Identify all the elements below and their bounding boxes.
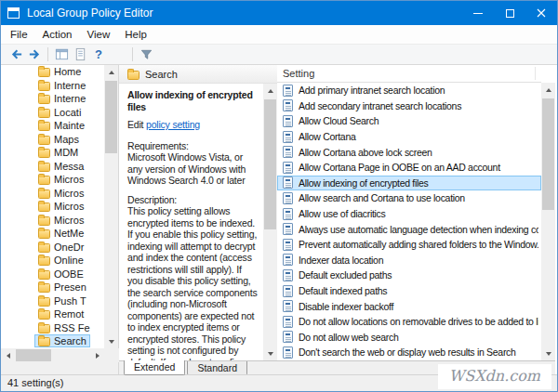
- details-vertical-scrollbar[interactable]: [263, 84, 277, 360]
- triangle-left-icon: [7, 353, 10, 359]
- folder-icon: [38, 82, 50, 91]
- tree-vertical-scrollbar[interactable]: [104, 65, 118, 348]
- menu-item-label: Help: [125, 29, 147, 40]
- setting-row[interactable]: Allow Cloud Search: [277, 113, 541, 129]
- setting-row[interactable]: Always use automatic language detection …: [277, 221, 541, 237]
- scroll-up-button[interactable]: [104, 65, 118, 79]
- tree-item-label: Micros: [54, 174, 84, 185]
- policy-setting-icon: [283, 99, 293, 111]
- show-console-tree-button[interactable]: [52, 46, 71, 63]
- folder-icon: [38, 136, 50, 145]
- tree-item[interactable]: Messa: [1, 160, 104, 174]
- setting-row[interactable]: Do not allow web search: [277, 330, 541, 346]
- scrollbar-thumb[interactable]: [105, 81, 117, 153]
- help-button[interactable]: ?: [89, 46, 108, 63]
- tree-item[interactable]: MDM: [1, 146, 104, 160]
- edit-policy-setting-link[interactable]: policy setting: [146, 119, 200, 130]
- folder-icon: [38, 297, 50, 307]
- scroll-down-button[interactable]: [263, 346, 277, 360]
- tree-item[interactable]: Push T: [1, 294, 104, 308]
- console-tree-panel: Home Interne Interne: [1, 65, 119, 374]
- setting-label: Always use automatic language detection …: [299, 224, 538, 235]
- close-button[interactable]: [525, 1, 557, 25]
- title-bar[interactable]: Local Group Policy Editor: [1, 1, 557, 25]
- setting-label: Allow Cortana: [299, 131, 538, 142]
- scrollbar-thumb[interactable]: [16, 349, 51, 361]
- scroll-up-button[interactable]: [541, 83, 555, 97]
- scroll-down-button[interactable]: [541, 346, 555, 360]
- export-list-button[interactable]: [71, 46, 89, 63]
- view-tab[interactable]: Standard: [187, 361, 247, 375]
- setting-label: Default indexed paths: [299, 285, 538, 296]
- menu-item-label: Action: [43, 29, 73, 40]
- tree-item[interactable]: Micros: [1, 173, 104, 187]
- minimize-button[interactable]: [462, 1, 494, 25]
- setting-row[interactable]: Allow Cortana: [277, 129, 541, 145]
- tree-item-inner: Interne: [34, 79, 89, 92]
- scroll-down-button[interactable]: [104, 334, 118, 348]
- setting-row[interactable]: Disable indexer backoff: [277, 298, 541, 314]
- tree-item[interactable]: Micros: [1, 200, 104, 214]
- setting-row[interactable]: Default indexed paths: [277, 283, 541, 299]
- maximize-button[interactable]: [494, 1, 525, 25]
- settings-vertical-scrollbar[interactable]: [541, 83, 555, 360]
- tree-horizontal-scrollbar[interactable]: [1, 348, 104, 362]
- tree-item[interactable]: RSS Fe: [1, 321, 104, 335]
- tree-item[interactable]: Home: [1, 65, 104, 79]
- menu-item[interactable]: File: [3, 25, 35, 44]
- menu-item[interactable]: Help: [117, 25, 154, 44]
- setting-row[interactable]: Do not allow locations on removable driv…: [277, 314, 541, 330]
- tree-item[interactable]: OneDr: [1, 241, 104, 255]
- setting-row[interactable]: Allow search and Cortana to use location: [277, 190, 541, 206]
- tree-item[interactable]: Micros: [1, 187, 104, 201]
- minimize-icon: [473, 13, 483, 14]
- tree-item[interactable]: Locati: [1, 106, 104, 120]
- setting-row[interactable]: Default excluded paths: [277, 268, 541, 283]
- scroll-right-button[interactable]: [90, 348, 104, 362]
- view-tab[interactable]: Extended: [124, 360, 185, 375]
- filter-button[interactable]: [137, 46, 155, 63]
- details-panel: Search Allow indexing of encrypted files…: [119, 65, 277, 360]
- tree-item[interactable]: Search: [1, 334, 104, 348]
- tree-item[interactable]: Maps: [1, 133, 104, 147]
- menu-item[interactable]: View: [80, 25, 118, 44]
- forward-button[interactable]: [25, 46, 44, 63]
- setting-row[interactable]: Don't search the web or display web resu…: [277, 345, 541, 360]
- tree-item[interactable]: Interne: [1, 79, 104, 93]
- tree-item[interactable]: Mainte: [1, 119, 104, 133]
- setting-row[interactable]: Allow indexing of encrypted files: [277, 176, 541, 191]
- tree-item[interactable]: OOBE: [1, 268, 104, 281]
- setting-label: Default excluded paths: [299, 269, 538, 281]
- folder-icon: [38, 149, 50, 158]
- tree-item-inner: OneDr: [34, 241, 87, 254]
- scrollbar-thumb[interactable]: [542, 98, 554, 210]
- tree-item-inner: Micros: [34, 200, 87, 213]
- tree-item[interactable]: Presen: [1, 281, 104, 294]
- tree-item[interactable]: Online: [1, 254, 104, 268]
- setting-row[interactable]: Allow use of diacritics: [277, 206, 541, 222]
- menu-item-label: File: [10, 29, 28, 40]
- setting-row[interactable]: Indexer data location: [277, 253, 541, 268]
- console-tree: Home Interne Interne: [1, 65, 104, 348]
- setting-row[interactable]: Add secondary intranet search locations: [277, 98, 541, 114]
- tree-item[interactable]: NetMe: [1, 227, 104, 241]
- setting-row[interactable]: Allow Cortana Page in OOBE on an AAD acc…: [277, 160, 541, 176]
- scrollbar-thumb[interactable]: [264, 99, 276, 229]
- policy-setting-icon: [283, 85, 293, 97]
- setting-row[interactable]: Add primary intranet search location: [277, 83, 541, 98]
- tree-item-label: NetMe: [54, 228, 84, 239]
- back-button[interactable]: [7, 46, 25, 63]
- setting-row[interactable]: Allow Cortana above lock screen: [277, 144, 541, 160]
- setting-column-header[interactable]: Setting: [277, 65, 541, 83]
- tree-item[interactable]: Interne: [1, 92, 104, 106]
- scroll-up-button[interactable]: [263, 84, 277, 98]
- tree-item[interactable]: Micros: [1, 214, 104, 228]
- tree-item-inner: Home: [34, 65, 85, 78]
- menu-item[interactable]: Action: [35, 25, 80, 44]
- tree-item-label: Micros: [54, 201, 84, 212]
- tree-item[interactable]: Remot: [1, 307, 104, 321]
- setting-row[interactable]: Prevent automatically adding shared fold…: [277, 237, 541, 253]
- policy-setting-icon: [283, 285, 293, 297]
- setting-label: Allow search and Cortana to use location: [299, 192, 538, 203]
- scroll-left-button[interactable]: [1, 348, 15, 362]
